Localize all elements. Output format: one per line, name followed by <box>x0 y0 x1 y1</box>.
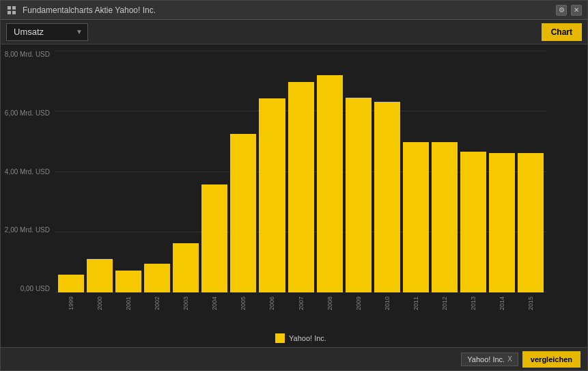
x-label-2010: 2010 <box>384 297 391 310</box>
bar-2000 <box>87 259 113 292</box>
x-label-2004: 2004 <box>211 297 218 310</box>
x-label-wrapper: 2001 <box>115 294 141 327</box>
footer-tag-label: Yahoo! Inc. <box>467 355 505 363</box>
x-label-2007: 2007 <box>298 297 305 310</box>
x-label-wrapper: 2014 <box>489 294 515 327</box>
x-label-wrapper: 2011 <box>403 294 429 327</box>
footer-bar: Yahoo! Inc. X vergleichen <box>1 347 587 370</box>
bars-container <box>55 51 546 292</box>
bar-2006 <box>259 98 285 292</box>
bar-wrapper <box>489 51 515 292</box>
bar-2012 <box>432 142 458 292</box>
x-label-wrapper: 2007 <box>288 294 314 327</box>
compare-button[interactable]: vergleichen <box>522 351 580 368</box>
bar-wrapper <box>173 51 199 292</box>
x-label-wrapper: 2004 <box>201 294 227 327</box>
x-axis: 1999200020012002200320042005200620072008… <box>55 294 546 327</box>
bar-2011 <box>403 142 429 292</box>
y-label-4: 4,00 Mrd. USD <box>5 169 50 176</box>
x-label-2015: 2015 <box>527 297 534 310</box>
x-label-2014: 2014 <box>499 297 505 310</box>
y-label-8: 8,00 Mrd. USD <box>5 51 50 58</box>
svg-rect-0 <box>8 6 11 10</box>
metric-dropdown[interactable]: Umsatz Gewinn EBITDA Dividende <box>6 23 88 41</box>
x-label-wrapper: 1999 <box>58 294 84 327</box>
bar-wrapper <box>432 51 458 292</box>
chart-button[interactable]: Chart <box>542 23 582 41</box>
bar-2002 <box>144 264 170 292</box>
x-label-2002: 2002 <box>154 297 160 310</box>
x-label-2006: 2006 <box>268 297 275 310</box>
dropdown-container: Umsatz Gewinn EBITDA Dividende ▼ <box>6 23 88 41</box>
window-title: Fundamentalcharts Aktie Yahoo! Inc. <box>23 5 556 15</box>
footer-tag-close[interactable]: X <box>507 355 512 363</box>
x-label-2008: 2008 <box>326 297 333 310</box>
x-label-wrapper: 2006 <box>259 294 285 327</box>
bar-2013 <box>460 152 486 293</box>
y-label-2: 2,00 Mrd. USD <box>5 227 50 234</box>
window-icon <box>6 5 17 16</box>
x-label-1999: 1999 <box>68 297 74 310</box>
x-label-2012: 2012 <box>441 297 448 310</box>
bar-wrapper <box>144 51 170 292</box>
bar-2014 <box>489 153 515 292</box>
bar-wrapper <box>460 51 486 292</box>
bar-2009 <box>346 98 372 292</box>
svg-rect-1 <box>12 6 16 10</box>
title-bar: Fundamentalcharts Aktie Yahoo! Inc. ⚙ ✕ <box>1 1 587 20</box>
bar-2003 <box>173 243 199 292</box>
close-button[interactable]: ✕ <box>571 5 582 16</box>
bar-wrapper <box>288 51 314 292</box>
bar-2007 <box>288 82 314 292</box>
legend: Yahoo! Inc. <box>55 333 546 343</box>
bar-wrapper <box>230 51 256 292</box>
main-window: Fundamentalcharts Aktie Yahoo! Inc. ⚙ ✕ … <box>0 0 588 371</box>
bar-wrapper <box>317 51 343 292</box>
bar-wrapper <box>87 51 113 292</box>
bar-2010 <box>374 102 400 292</box>
title-controls: ⚙ ✕ <box>556 5 582 16</box>
y-label-6: 6,00 Mrd. USD <box>5 110 50 117</box>
x-label-wrapper: 2010 <box>374 294 400 327</box>
x-label-2013: 2013 <box>470 297 477 310</box>
bar-2008 <box>317 75 343 292</box>
legend-color <box>275 333 285 343</box>
settings-button[interactable]: ⚙ <box>556 5 567 16</box>
x-label-wrapper: 2013 <box>460 294 486 327</box>
bar-wrapper <box>346 51 372 292</box>
chart-plot <box>55 51 546 292</box>
x-label-wrapper: 2009 <box>346 294 372 327</box>
x-label-wrapper: 2012 <box>432 294 458 327</box>
bar-1999 <box>58 275 84 292</box>
footer-tag: Yahoo! Inc. X <box>461 353 518 366</box>
chart-area: 8,00 Mrd. USD 6,00 Mrd. USD 4,00 Mrd. US… <box>1 44 587 347</box>
bar-2004 <box>201 184 227 292</box>
x-label-2005: 2005 <box>240 297 247 310</box>
legend-label: Yahoo! Inc. <box>289 334 326 342</box>
bar-2005 <box>230 134 256 292</box>
bar-wrapper <box>518 51 544 292</box>
x-label-2011: 2011 <box>412 297 419 310</box>
x-label-wrapper: 2015 <box>518 294 544 327</box>
y-axis: 8,00 Mrd. USD 6,00 Mrd. USD 4,00 Mrd. US… <box>1 51 54 292</box>
bar-wrapper <box>115 51 141 292</box>
svg-rect-2 <box>8 11 11 14</box>
bar-wrapper <box>374 51 400 292</box>
x-label-wrapper: 2008 <box>317 294 343 327</box>
bar-wrapper <box>259 51 285 292</box>
x-label-2003: 2003 <box>182 297 189 310</box>
bar-2015 <box>518 153 544 292</box>
svg-rect-3 <box>12 11 16 14</box>
bar-wrapper <box>58 51 84 292</box>
x-label-2009: 2009 <box>355 297 362 310</box>
toolbar: Umsatz Gewinn EBITDA Dividende ▼ Chart <box>1 20 587 44</box>
x-label-wrapper: 2005 <box>230 294 256 327</box>
x-label-2000: 2000 <box>96 297 103 310</box>
x-label-wrapper: 2002 <box>144 294 170 327</box>
bar-wrapper <box>201 51 227 292</box>
x-label-wrapper: 2003 <box>173 294 199 327</box>
bar-2001 <box>115 271 141 292</box>
y-label-0: 0,00 USD <box>20 286 50 292</box>
x-label-2001: 2001 <box>125 297 132 310</box>
bar-wrapper <box>403 51 429 292</box>
